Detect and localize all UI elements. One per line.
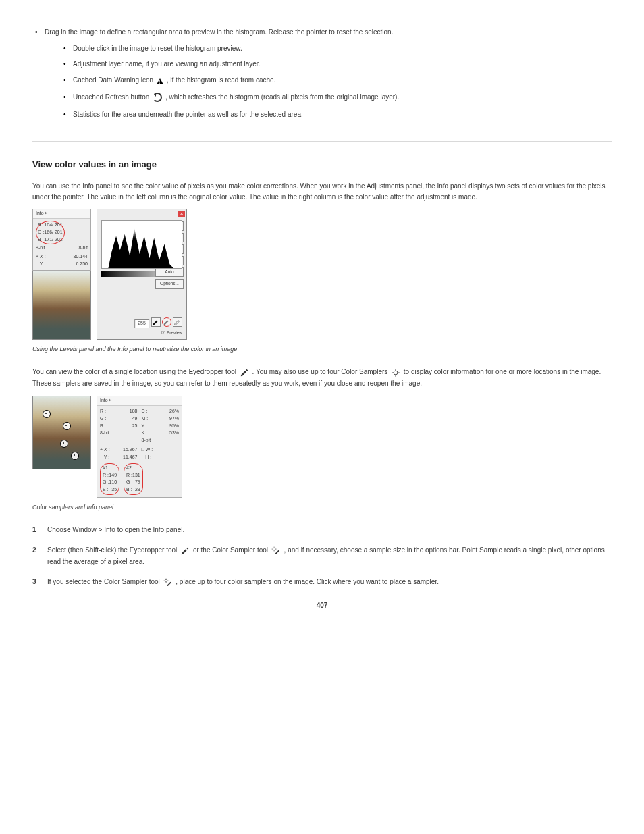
- levels-highlight-input[interactable]: 255: [134, 319, 149, 328]
- figure-2-photo-thumb: [32, 396, 91, 469]
- sub-bullet-2: Cached Data Warning icon , if the histog…: [61, 75, 612, 87]
- color-sampler-marker-4: [71, 452, 79, 460]
- levels-auto-button[interactable]: Auto: [155, 267, 184, 277]
- color-sampler-tool-icon-2: [163, 578, 173, 589]
- color-sampler-tool-icon: [271, 546, 281, 557]
- eyedropper-icon: [240, 368, 249, 379]
- info-panel-wide-tab: Info ×: [97, 396, 182, 406]
- info-panel-tab: Info ×: [33, 209, 90, 219]
- step-3: 3 If you selected the Color Sampler tool…: [32, 577, 612, 589]
- levels-options-button[interactable]: Options...: [155, 279, 184, 288]
- levels-black-eyedropper-icon[interactable]: [151, 317, 161, 327]
- svg-point-0: [394, 371, 398, 375]
- figure-1: Info × R :164/ 201 G :166/ 201 B :171/ 2…: [32, 209, 612, 340]
- figure-1-caption: Using the Levels panel and the Info pane…: [32, 345, 612, 355]
- top-bullet-1-text: Drag in the image to define a rectangula…: [45, 28, 393, 36]
- step-2: 2 Select (then Shift-click) the Eyedropp…: [32, 545, 612, 567]
- warning-triangle-icon: [157, 76, 163, 87]
- sub-bullet-0: Double-click in the image to reset the h…: [61, 43, 612, 54]
- svg-point-2: [165, 579, 167, 582]
- step-1: 1Choose Window > Info to open the Info p…: [32, 525, 612, 536]
- color-sampler-marker-3: [60, 440, 68, 448]
- levels-dialog: × OK Cancel Load... Save... Auto Options…: [97, 209, 187, 340]
- section-heading: View color values in an image: [32, 158, 612, 172]
- sub-bullet-3: Uncached Refresh button , which refreshe…: [61, 92, 612, 104]
- refresh-icon: [153, 93, 162, 104]
- top-bullet-list: Drag in the image to define a rectangula…: [32, 27, 612, 120]
- sampler-readout-1: #1 R :149 G :110 B :35: [100, 463, 119, 495]
- section-paragraph-2: You can view the color of a single locat…: [32, 367, 612, 389]
- levels-eyedroppers: [151, 317, 182, 327]
- sub-bullet-1: Adjustment layer name, if you are viewin…: [61, 59, 612, 70]
- color-sampler-marker-1: [43, 410, 51, 418]
- sub-bullet-4: Statistics for the area underneath the p…: [61, 109, 612, 120]
- figure-1-photo-thumb: [32, 271, 91, 340]
- levels-gray-eyedropper-icon[interactable]: [162, 317, 171, 327]
- color-sampler-marker-2: [63, 422, 71, 430]
- section-divider: [32, 141, 612, 142]
- levels-histogram: [101, 220, 182, 269]
- figure-2: Info × R :180 G :49 B :25 8-bit C :26% M…: [32, 396, 612, 498]
- levels-close-icon[interactable]: ×: [178, 211, 185, 217]
- steps-list: 1Choose Window > Info to open the Info p…: [32, 525, 612, 588]
- page-number: 407: [32, 600, 612, 611]
- svg-point-1: [273, 548, 275, 550]
- levels-white-eyedropper-icon[interactable]: [173, 317, 182, 327]
- section-paragraph-1: You can use the Info panel to see the co…: [32, 181, 612, 202]
- sampler-readout-2: #2 R :131 G :79 B :28: [124, 463, 143, 495]
- color-sampler-target-icon: [391, 368, 400, 379]
- info-panel-small: Info × R :164/ 201 G :166/ 201 B :171/ 2…: [32, 209, 91, 271]
- info-rgb-circled: R :164/ 201 G :166/ 201 B :171/ 201: [36, 221, 65, 244]
- levels-preview-checkbox[interactable]: ☑ Preview: [161, 330, 182, 336]
- top-bullet-1: Drag in the image to define a rectangula…: [32, 27, 612, 120]
- figure-1-left-col: Info × R :164/ 201 G :166/ 201 B :171/ 2…: [32, 209, 91, 340]
- info-panel-wide: Info × R :180 G :49 B :25 8-bit C :26% M…: [97, 396, 182, 498]
- figure-2-caption: Color samplers and Info panel: [32, 503, 612, 513]
- eyedropper-tool-icon: [180, 546, 190, 557]
- sub-bullet-list: Double-click in the image to reset the h…: [61, 43, 612, 120]
